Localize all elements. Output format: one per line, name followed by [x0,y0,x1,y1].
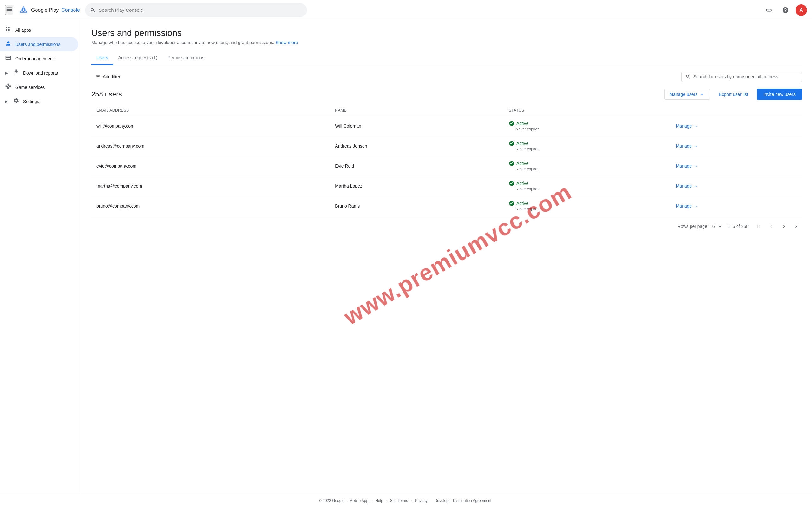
manage-users-button[interactable]: Manage users [664,89,710,100]
table-row: evie@company.com Evie Reid Active Never … [91,156,802,176]
sidebar-item-download-reports[interactable]: ▶ Download reports [0,66,78,80]
footer-link-dda[interactable]: Developer Distribution Agreement [435,499,491,503]
cell-email: bruno@company.com [91,196,330,216]
link-button[interactable] [763,4,775,16]
search-users-input[interactable] [693,74,798,79]
cell-name: Will Coleman [330,116,504,136]
search-icon [90,7,95,13]
logo-link[interactable]: Google Play Console [18,5,80,15]
col-status: Status [504,105,671,116]
toolbar-row: Add filter [91,71,802,82]
settings-icon [13,97,19,105]
footer: © 2022 Google · Mobile App · Help · Site… [0,493,812,508]
cell-status: Active Never expires [504,136,671,156]
expand-icon-settings: ▶ [5,99,8,104]
search-users-icon [685,74,691,80]
main-content: Users and permissions Manage who has acc… [81,20,812,493]
sidebar: All apps Users and permissions Order man… [0,20,81,493]
search-input[interactable] [99,7,302,13]
users-table: Email address Name Status will@company.c… [91,105,802,216]
active-check-icon [509,140,514,146]
expand-icon-reports: ▶ [5,71,8,75]
add-filter-button[interactable]: Add filter [91,71,124,82]
logo-icon [18,5,29,15]
cell-status: Active Never expires [504,196,671,216]
footer-link-help[interactable]: Help [375,499,383,503]
active-check-icon [509,121,514,126]
tab-users[interactable]: Users [91,51,113,65]
cell-status: Active Never expires [504,156,671,176]
sidebar-item-all-apps-label: All apps [15,28,31,33]
order-icon [5,54,11,62]
cell-name: Andreas Jensen [330,136,504,156]
next-page-button[interactable] [779,221,789,231]
cell-manage: Manage → [671,116,802,136]
page-range: 1–6 of 258 [728,224,749,229]
cell-manage: Manage → [671,196,802,216]
manage-link[interactable]: Manage → [676,123,797,128]
last-page-button[interactable] [792,221,802,231]
apps-icon [5,26,11,34]
cell-email: will@company.com [91,116,330,136]
sidebar-item-settings[interactable]: ▶ Settings [0,94,78,109]
col-action [671,105,802,116]
search-users-box [681,72,802,82]
download-icon [13,69,19,77]
header: Google Play Console A [0,0,812,20]
sidebar-item-order-management[interactable]: Order management [0,51,78,66]
game-icon [5,83,11,91]
tab-permission-groups[interactable]: Permission groups [163,51,209,65]
cell-manage: Manage → [671,156,802,176]
logo-text-accent: Console [61,7,80,13]
avatar[interactable]: A [796,4,807,16]
invite-new-users-button[interactable]: Invite new users [757,88,802,100]
table-row: will@company.com Will Coleman Active Nev… [91,116,802,136]
menu-button[interactable] [5,5,13,15]
table-row: andreas@company.com Andreas Jensen Activ… [91,136,802,156]
cell-name: Martha Lopez [330,176,504,196]
sidebar-item-users-permissions-label: Users and permissions [15,42,60,47]
logo-text-normal: Google Play [31,7,59,13]
table-row: martha@company.com Martha Lopez Active N… [91,176,802,196]
pagination: Rows per page: 6 10 25 1–6 of 258 [91,216,802,237]
manage-link[interactable]: Manage → [676,143,797,149]
cell-name: Bruno Rams [330,196,504,216]
first-page-button[interactable] [754,221,764,231]
sidebar-item-game-services[interactable]: Game services [0,80,78,94]
cell-status: Active Never expires [504,116,671,136]
rows-per-page-label: Rows per page: [678,224,709,229]
cell-name: Evie Reid [330,156,504,176]
footer-link-mobile[interactable]: Mobile App [350,499,368,503]
col-name: Name [330,105,504,116]
help-button[interactable] [779,4,792,16]
col-email: Email address [91,105,330,116]
filter-icon [95,74,101,80]
sidebar-item-download-reports-label: Download reports [23,71,58,76]
chevron-down-icon [700,92,705,97]
show-more-link[interactable]: Show more [276,40,298,45]
export-user-list-button[interactable]: Export user list [714,89,753,99]
manage-link[interactable]: Manage → [676,183,797,188]
prev-page-button[interactable] [766,221,776,231]
manage-link[interactable]: Manage → [676,203,797,208]
sidebar-item-order-management-label: Order management [15,56,54,61]
page-title: Users and permissions [91,28,802,38]
manage-link[interactable]: Manage → [676,163,797,168]
rows-per-page-select[interactable]: 6 10 25 [711,223,723,229]
sidebar-item-users-permissions[interactable]: Users and permissions [0,37,78,51]
footer-copyright: © 2022 Google [319,499,345,503]
footer-link-site-terms[interactable]: Site Terms [390,499,408,503]
sidebar-item-settings-label: Settings [23,99,39,104]
users-icon [5,40,11,48]
footer-link-privacy[interactable]: Privacy [415,499,427,503]
header-actions: A [763,4,807,16]
svg-point-2 [22,9,25,11]
active-check-icon [509,201,514,206]
sidebar-item-game-services-label: Game services [15,85,45,90]
cell-email: evie@company.com [91,156,330,176]
sidebar-item-all-apps[interactable]: All apps [0,23,78,37]
cell-email: andreas@company.com [91,136,330,156]
cell-status: Active Never expires [504,176,671,196]
tab-access-requests[interactable]: Access requests (1) [113,51,163,65]
users-actions: Manage users Export user list Invite new… [664,88,802,100]
